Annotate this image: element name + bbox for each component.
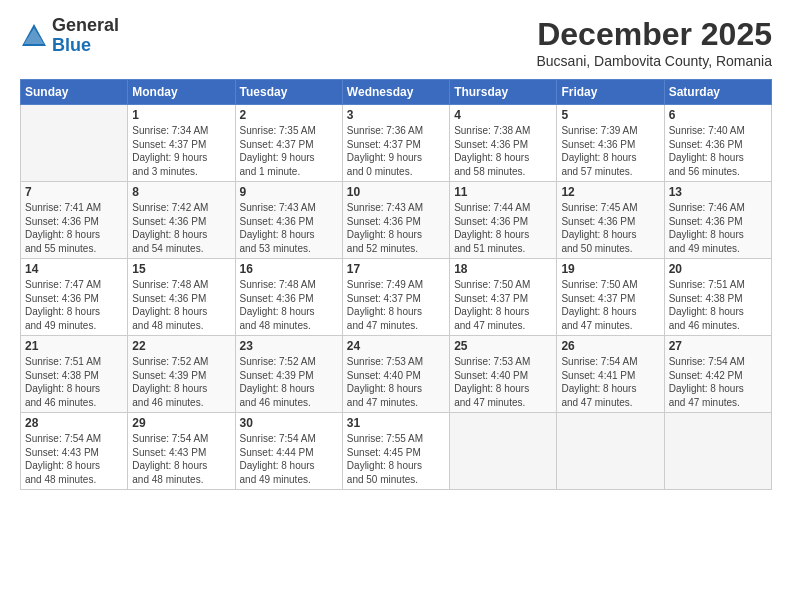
logo-area: General Blue bbox=[20, 16, 119, 56]
day-info: Sunrise: 7:53 AMSunset: 4:40 PMDaylight:… bbox=[347, 355, 445, 409]
day-info: Sunrise: 7:53 AMSunset: 4:40 PMDaylight:… bbox=[454, 355, 552, 409]
day-info: Sunrise: 7:39 AMSunset: 4:36 PMDaylight:… bbox=[561, 124, 659, 178]
day-number: 23 bbox=[240, 339, 338, 353]
day-info: Sunrise: 7:55 AMSunset: 4:45 PMDaylight:… bbox=[347, 432, 445, 486]
table-row: 4Sunrise: 7:38 AMSunset: 4:36 PMDaylight… bbox=[450, 105, 557, 182]
day-info: Sunrise: 7:41 AMSunset: 4:36 PMDaylight:… bbox=[25, 201, 123, 255]
table-row: 22Sunrise: 7:52 AMSunset: 4:39 PMDayligh… bbox=[128, 336, 235, 413]
calendar-week-row: 7Sunrise: 7:41 AMSunset: 4:36 PMDaylight… bbox=[21, 182, 772, 259]
table-row: 18Sunrise: 7:50 AMSunset: 4:37 PMDayligh… bbox=[450, 259, 557, 336]
day-number: 16 bbox=[240, 262, 338, 276]
col-tuesday: Tuesday bbox=[235, 80, 342, 105]
table-row: 2Sunrise: 7:35 AMSunset: 4:37 PMDaylight… bbox=[235, 105, 342, 182]
table-row: 25Sunrise: 7:53 AMSunset: 4:40 PMDayligh… bbox=[450, 336, 557, 413]
day-info: Sunrise: 7:54 AMSunset: 4:44 PMDaylight:… bbox=[240, 432, 338, 486]
day-number: 21 bbox=[25, 339, 123, 353]
day-number: 10 bbox=[347, 185, 445, 199]
day-number: 6 bbox=[669, 108, 767, 122]
day-number: 15 bbox=[132, 262, 230, 276]
day-info: Sunrise: 7:42 AMSunset: 4:36 PMDaylight:… bbox=[132, 201, 230, 255]
logo-text: General Blue bbox=[52, 16, 119, 56]
table-row bbox=[450, 413, 557, 490]
col-sunday: Sunday bbox=[21, 80, 128, 105]
day-number: 5 bbox=[561, 108, 659, 122]
table-row: 5Sunrise: 7:39 AMSunset: 4:36 PMDaylight… bbox=[557, 105, 664, 182]
calendar-week-row: 1Sunrise: 7:34 AMSunset: 4:37 PMDaylight… bbox=[21, 105, 772, 182]
table-row: 11Sunrise: 7:44 AMSunset: 4:36 PMDayligh… bbox=[450, 182, 557, 259]
day-number: 7 bbox=[25, 185, 123, 199]
day-info: Sunrise: 7:50 AMSunset: 4:37 PMDaylight:… bbox=[561, 278, 659, 332]
table-row: 12Sunrise: 7:45 AMSunset: 4:36 PMDayligh… bbox=[557, 182, 664, 259]
day-number: 1 bbox=[132, 108, 230, 122]
day-number: 8 bbox=[132, 185, 230, 199]
day-info: Sunrise: 7:36 AMSunset: 4:37 PMDaylight:… bbox=[347, 124, 445, 178]
calendar-header-row: Sunday Monday Tuesday Wednesday Thursday… bbox=[21, 80, 772, 105]
day-number: 26 bbox=[561, 339, 659, 353]
table-row bbox=[21, 105, 128, 182]
col-saturday: Saturday bbox=[664, 80, 771, 105]
day-info: Sunrise: 7:52 AMSunset: 4:39 PMDaylight:… bbox=[240, 355, 338, 409]
day-number: 28 bbox=[25, 416, 123, 430]
day-info: Sunrise: 7:48 AMSunset: 4:36 PMDaylight:… bbox=[132, 278, 230, 332]
table-row bbox=[557, 413, 664, 490]
day-number: 3 bbox=[347, 108, 445, 122]
logo-general-text: General bbox=[52, 16, 119, 36]
day-info: Sunrise: 7:45 AMSunset: 4:36 PMDaylight:… bbox=[561, 201, 659, 255]
svg-marker-1 bbox=[24, 28, 44, 44]
col-friday: Friday bbox=[557, 80, 664, 105]
month-title: December 2025 bbox=[536, 16, 772, 53]
day-info: Sunrise: 7:46 AMSunset: 4:36 PMDaylight:… bbox=[669, 201, 767, 255]
table-row: 3Sunrise: 7:36 AMSunset: 4:37 PMDaylight… bbox=[342, 105, 449, 182]
day-number: 11 bbox=[454, 185, 552, 199]
day-info: Sunrise: 7:35 AMSunset: 4:37 PMDaylight:… bbox=[240, 124, 338, 178]
table-row: 10Sunrise: 7:43 AMSunset: 4:36 PMDayligh… bbox=[342, 182, 449, 259]
table-row: 6Sunrise: 7:40 AMSunset: 4:36 PMDaylight… bbox=[664, 105, 771, 182]
day-number: 12 bbox=[561, 185, 659, 199]
day-number: 19 bbox=[561, 262, 659, 276]
table-row: 1Sunrise: 7:34 AMSunset: 4:37 PMDaylight… bbox=[128, 105, 235, 182]
day-info: Sunrise: 7:52 AMSunset: 4:39 PMDaylight:… bbox=[132, 355, 230, 409]
col-monday: Monday bbox=[128, 80, 235, 105]
day-info: Sunrise: 7:54 AMSunset: 4:43 PMDaylight:… bbox=[132, 432, 230, 486]
day-info: Sunrise: 7:40 AMSunset: 4:36 PMDaylight:… bbox=[669, 124, 767, 178]
title-area: December 2025 Bucsani, Dambovita County,… bbox=[536, 16, 772, 69]
header: General Blue December 2025 Bucsani, Damb… bbox=[20, 16, 772, 69]
table-row: 15Sunrise: 7:48 AMSunset: 4:36 PMDayligh… bbox=[128, 259, 235, 336]
day-number: 4 bbox=[454, 108, 552, 122]
table-row: 24Sunrise: 7:53 AMSunset: 4:40 PMDayligh… bbox=[342, 336, 449, 413]
table-row: 9Sunrise: 7:43 AMSunset: 4:36 PMDaylight… bbox=[235, 182, 342, 259]
table-row: 26Sunrise: 7:54 AMSunset: 4:41 PMDayligh… bbox=[557, 336, 664, 413]
day-number: 25 bbox=[454, 339, 552, 353]
col-thursday: Thursday bbox=[450, 80, 557, 105]
day-number: 30 bbox=[240, 416, 338, 430]
table-row: 30Sunrise: 7:54 AMSunset: 4:44 PMDayligh… bbox=[235, 413, 342, 490]
table-row bbox=[664, 413, 771, 490]
day-number: 31 bbox=[347, 416, 445, 430]
day-number: 22 bbox=[132, 339, 230, 353]
table-row: 29Sunrise: 7:54 AMSunset: 4:43 PMDayligh… bbox=[128, 413, 235, 490]
day-number: 2 bbox=[240, 108, 338, 122]
calendar-week-row: 14Sunrise: 7:47 AMSunset: 4:36 PMDayligh… bbox=[21, 259, 772, 336]
table-row: 16Sunrise: 7:48 AMSunset: 4:36 PMDayligh… bbox=[235, 259, 342, 336]
day-number: 13 bbox=[669, 185, 767, 199]
day-number: 29 bbox=[132, 416, 230, 430]
logo-blue-text: Blue bbox=[52, 36, 119, 56]
day-info: Sunrise: 7:54 AMSunset: 4:43 PMDaylight:… bbox=[25, 432, 123, 486]
table-row: 28Sunrise: 7:54 AMSunset: 4:43 PMDayligh… bbox=[21, 413, 128, 490]
col-wednesday: Wednesday bbox=[342, 80, 449, 105]
day-info: Sunrise: 7:43 AMSunset: 4:36 PMDaylight:… bbox=[347, 201, 445, 255]
table-row: 17Sunrise: 7:49 AMSunset: 4:37 PMDayligh… bbox=[342, 259, 449, 336]
day-info: Sunrise: 7:49 AMSunset: 4:37 PMDaylight:… bbox=[347, 278, 445, 332]
subtitle: Bucsani, Dambovita County, Romania bbox=[536, 53, 772, 69]
table-row: 31Sunrise: 7:55 AMSunset: 4:45 PMDayligh… bbox=[342, 413, 449, 490]
day-number: 17 bbox=[347, 262, 445, 276]
logo-icon bbox=[20, 22, 48, 50]
day-info: Sunrise: 7:34 AMSunset: 4:37 PMDaylight:… bbox=[132, 124, 230, 178]
table-row: 20Sunrise: 7:51 AMSunset: 4:38 PMDayligh… bbox=[664, 259, 771, 336]
page: General Blue December 2025 Bucsani, Damb… bbox=[0, 0, 792, 612]
day-number: 24 bbox=[347, 339, 445, 353]
day-number: 9 bbox=[240, 185, 338, 199]
day-number: 27 bbox=[669, 339, 767, 353]
table-row: 14Sunrise: 7:47 AMSunset: 4:36 PMDayligh… bbox=[21, 259, 128, 336]
table-row: 21Sunrise: 7:51 AMSunset: 4:38 PMDayligh… bbox=[21, 336, 128, 413]
